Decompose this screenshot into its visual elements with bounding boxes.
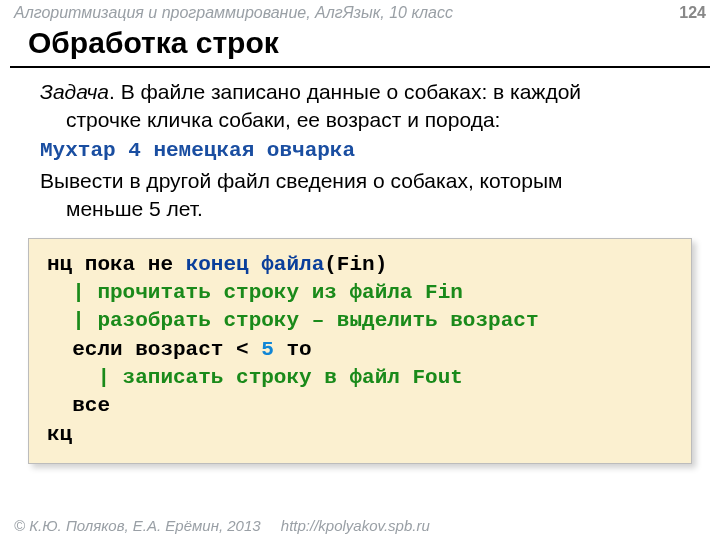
task-dot: . <box>109 80 121 103</box>
code-l4-num: 5 <box>261 338 274 361</box>
code-l7: кц <box>47 423 72 446</box>
code-l1-kw: нц пока не <box>47 253 186 276</box>
code-l6: все <box>47 394 110 417</box>
task-line2a: Вывести в другой файл сведения о собаках… <box>40 167 698 195</box>
copyright: © К.Ю. Поляков, Е.А. Ерёмин, 2013 <box>14 517 261 534</box>
task-text1a: В файле записано данные о собаках: в каж… <box>121 80 581 103</box>
task-line1b: строчке кличка собаки, ее возраст и поро… <box>40 106 698 134</box>
code-block: нц пока не конец файла(Fin) | прочитать … <box>28 238 692 464</box>
footer-url: http://kpolyakov.spb.ru <box>281 517 430 534</box>
code-l4b: то <box>274 338 312 361</box>
task-label: Задача <box>40 80 109 103</box>
code-l3: | разобрать строку – выделить возраст <box>47 309 538 332</box>
code-l4a: если возраст < <box>47 338 261 361</box>
task-example: Мухтар 4 немецкая овчарка <box>40 137 698 165</box>
task-line1: Задача. В файле записано данные о собака… <box>40 78 698 106</box>
code-l5: | записать строку в файл Fout <box>47 366 463 389</box>
code-l2: | прочитать строку из файла Fin <box>47 281 463 304</box>
course-label: Алгоритмизация и программирование, АлгЯз… <box>14 4 453 22</box>
page-number: 124 <box>679 4 706 22</box>
page-title: Обработка строк <box>10 24 710 68</box>
task-line2b: меньше 5 лет. <box>40 195 698 223</box>
header-bar: Алгоритмизация и программирование, АлгЯз… <box>0 0 720 24</box>
footer: © К.Ю. Поляков, Е.А. Ерёмин, 2013 http:/… <box>14 517 430 534</box>
task-content: Задача. В файле записано данные о собака… <box>0 78 720 224</box>
code-l1-rest: (Fin) <box>324 253 387 276</box>
code-l1-fn: конец файла <box>186 253 325 276</box>
